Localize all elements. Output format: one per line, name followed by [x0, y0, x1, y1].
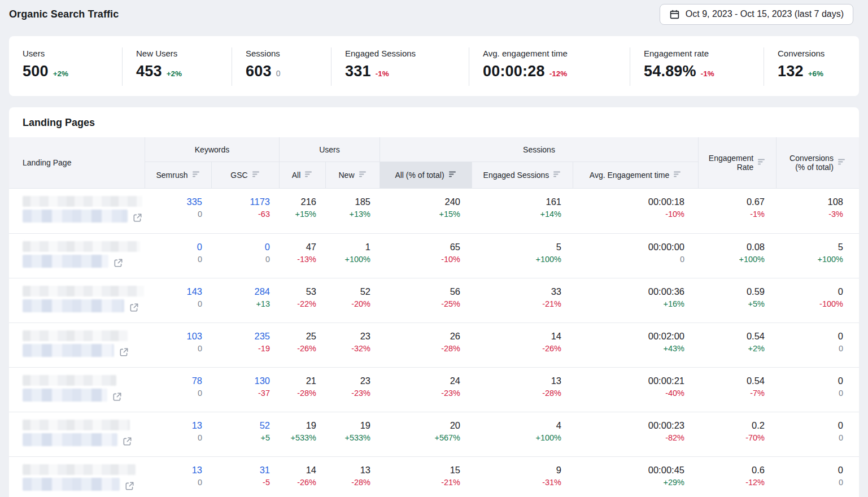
metric-value-link[interactable]: 0 [145, 242, 202, 252]
column-header-engaged-sessions[interactable]: Engaged Sessions [472, 162, 573, 188]
external-link-icon[interactable] [123, 437, 132, 446]
redacted-page-title [23, 375, 116, 386]
landing-page-cell[interactable] [9, 234, 145, 278]
stat-label: Avg. engagement time [483, 49, 630, 58]
metric-value: 185 [325, 197, 370, 207]
metric-value-link[interactable]: 335 [145, 197, 202, 207]
column-header-gsc[interactable]: GSC [211, 162, 279, 188]
metric-value-link[interactable]: 13 [145, 420, 202, 431]
metric-change: -40% [573, 389, 684, 398]
table-row: 13052+519+533%19+533%20+567%4+100%00:00:… [9, 412, 859, 456]
redacted-page-url [23, 255, 108, 268]
metric-value-link[interactable]: 13 [145, 465, 202, 476]
metric-change: +5% [698, 299, 765, 308]
column-header-conversions[interactable]: Conversions (% of total) [776, 137, 859, 188]
metric-change: +13 [211, 299, 270, 308]
sort-icon[interactable] [252, 171, 260, 180]
stat-change: +2% [53, 69, 68, 78]
stat-value: 00:00:28 [483, 63, 545, 80]
stat-label: Engagement rate [644, 49, 764, 58]
date-range-button[interactable]: Oct 9, 2023 - Oct 15, 2023 (last 7 days) [660, 4, 853, 25]
column-group-keywords: Keywords [145, 137, 279, 162]
metric-value-link[interactable]: 284 [211, 286, 270, 297]
metric-value: 1 [325, 242, 370, 252]
metric-change: +533% [325, 433, 370, 442]
external-link-icon[interactable] [125, 481, 134, 491]
landing-page-cell[interactable] [9, 457, 145, 497]
column-header-sessions-all-pct[interactable]: All (% of total) [380, 162, 472, 188]
landing-page-cell[interactable] [9, 412, 145, 456]
metric-cell: 9-31% [472, 457, 573, 497]
metric-value: 0.67 [698, 197, 765, 207]
metric-cell: 21-28% [279, 368, 325, 412]
metric-change: -1% [698, 210, 765, 219]
stat-change: +6% [808, 69, 823, 78]
column-header-users-new[interactable]: New [325, 162, 380, 188]
metric-change: -7% [698, 389, 765, 398]
external-link-icon[interactable] [133, 213, 142, 223]
column-header-users-all[interactable]: All [279, 162, 325, 188]
top-bar: Organic Search Traffic Oct 9, 2023 - Oct… [0, 0, 868, 36]
external-link-icon[interactable] [129, 303, 139, 312]
metric-cell: 52-20% [325, 278, 380, 322]
redacted-page-url [23, 210, 128, 223]
landing-page-cell[interactable] [9, 278, 145, 322]
sort-icon[interactable] [359, 171, 367, 180]
metric-cell: 108-3% [776, 189, 859, 233]
metric-cell: 3350 [145, 189, 211, 233]
metric-value-link[interactable]: 1173 [211, 197, 270, 207]
metric-value: 00:00:18 [573, 197, 684, 207]
metric-change: +100% [472, 255, 561, 264]
table-row: 780130-3721-28%23-23%24-23%13-28%00:00:2… [9, 367, 859, 412]
metric-value-link[interactable]: 130 [211, 376, 270, 386]
metric-value-link[interactable]: 143 [145, 286, 202, 297]
metric-value-link[interactable]: 78 [145, 376, 202, 386]
metric-value-link[interactable]: 0 [211, 242, 270, 252]
metric-value: 13 [472, 376, 561, 386]
table-row: 13031-514-26%13-28%15-21%9-31%00:00:45+2… [9, 456, 859, 497]
metric-value: 161 [472, 197, 561, 207]
sort-icon[interactable] [757, 158, 766, 167]
sort-icon-active[interactable] [448, 171, 457, 180]
metric-cell: 00 [776, 368, 859, 412]
sort-icon[interactable] [673, 171, 682, 180]
metric-value: 14 [279, 465, 316, 476]
metric-change: -32% [325, 344, 370, 353]
external-link-icon[interactable] [112, 392, 122, 402]
sort-icon[interactable] [838, 158, 846, 167]
metric-value-link[interactable]: 235 [211, 331, 270, 342]
stat-value: 500 [23, 63, 49, 80]
metric-value: 5 [776, 242, 843, 252]
landing-page-cell[interactable] [9, 323, 145, 367]
metric-change: +43% [573, 344, 684, 353]
table-row: 000047-13%1+100%65-10%5+100%00:00:0000.0… [9, 233, 859, 278]
column-header-engagement-rate[interactable]: Engagement Rate [698, 137, 776, 188]
landing-page-cell[interactable] [9, 189, 145, 233]
metric-change: 0 [776, 478, 843, 487]
stat-value: 603 [246, 63, 272, 80]
external-link-icon[interactable] [114, 258, 123, 268]
metric-value: 15 [380, 465, 460, 476]
metric-value: 19 [279, 420, 316, 431]
metric-value: 0 [776, 286, 843, 297]
metric-value-link[interactable]: 52 [211, 420, 270, 431]
metric-change: -28% [325, 478, 370, 487]
metric-cell: 15-21% [380, 457, 472, 497]
sort-icon[interactable] [553, 171, 561, 180]
landing-page-cell[interactable] [9, 368, 145, 412]
metric-value-link[interactable]: 103 [145, 331, 202, 342]
metric-change: -19 [211, 344, 270, 353]
sort-icon[interactable] [192, 171, 200, 180]
metric-value-link[interactable]: 31 [211, 465, 270, 476]
sort-icon[interactable] [304, 171, 313, 180]
stat-value: 453 [136, 63, 162, 80]
metric-value: 0 [776, 420, 843, 431]
metric-change: 0 [776, 433, 843, 442]
redacted-page-title [23, 286, 144, 297]
column-header-avg-engagement-time[interactable]: Avg. Engagement time [573, 162, 698, 188]
column-header-semrush[interactable]: Semrush [145, 162, 211, 188]
metric-cell: 26-28% [380, 323, 472, 367]
metric-change: +5 [211, 433, 270, 442]
metric-cell: 00 [776, 323, 859, 367]
external-link-icon[interactable] [119, 347, 129, 357]
